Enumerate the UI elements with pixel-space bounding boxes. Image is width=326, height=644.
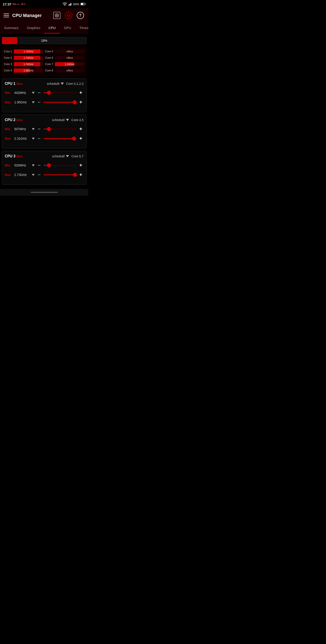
svg-point-0	[64, 5, 65, 6]
status-bar: 17:37 434 mA 3¥ 2 60%	[0, 0, 88, 8]
cpu-usage-bar-fill	[2, 37, 17, 44]
wifi-icon	[62, 2, 67, 6]
cpu3-card: CPU 3 Gov. schedutil Core 6,7 Min 520MHz…	[2, 151, 86, 185]
cpu3-label: CPU 3	[5, 154, 15, 158]
cpu3-max-label: Max	[5, 173, 12, 177]
cpu1-core-range: Core 0,1,2,3	[66, 82, 84, 86]
cpu1-max-row: Max 1.95GHz − +	[5, 99, 84, 105]
cpu1-max-slider[interactable]	[44, 102, 76, 103]
cpu3-governor-dropdown[interactable]	[66, 155, 69, 157]
cpu3-min-plus[interactable]: +	[78, 162, 84, 168]
status-indicators: 434 mA 3¥ 2	[12, 3, 25, 6]
cpu1-min-plus[interactable]: +	[78, 90, 84, 96]
tab-bar: Summary Graphics CPU GPU Times Governors	[0, 23, 88, 34]
app-title: CPU Manager	[12, 13, 49, 18]
cpu3-min-label: Min	[5, 164, 12, 167]
chip-button[interactable]	[52, 11, 61, 20]
cpu1-max-plus[interactable]: +	[78, 99, 84, 105]
svg-rect-4	[71, 3, 71, 6]
bottom-bar	[0, 189, 88, 196]
tab-cpu[interactable]: CPU	[44, 23, 60, 34]
tab-graphics[interactable]: Graphics	[23, 23, 44, 34]
help-button[interactable]: ?	[76, 11, 85, 20]
core-row-8: Core 8 offline	[45, 68, 84, 74]
cpu2-min-row: Min 507MHz − +	[5, 126, 84, 132]
chip-icon	[53, 12, 60, 19]
cpu3-min-row: Min 520MHz − +	[5, 162, 84, 168]
refresh-on-icon: ON	[65, 12, 72, 19]
cores-left: Core 1 1.74GHz Core 2 1.74GHz Core 3	[4, 48, 43, 74]
cpu1-min-minus[interactable]: −	[36, 90, 42, 96]
cpu3-max-row: Max 2.73GHz − +	[5, 172, 84, 178]
cpu2-max-plus[interactable]: +	[78, 136, 84, 142]
cpu1-max-dropdown[interactable]	[32, 101, 35, 104]
cpu2-max-row: Max 2.31GHz − +	[5, 136, 84, 142]
cpu2-card: CPU 2 Gov. schedutil Core 4,5 Min 507MHz…	[2, 114, 86, 148]
cpu2-min-dropdown[interactable]	[32, 128, 35, 130]
cpu2-core-range: Core 4,5	[71, 118, 84, 122]
cpu2-label: CPU 2	[5, 118, 15, 122]
cpu2-max-dropdown[interactable]	[32, 138, 35, 140]
core-row-7: Core 7 1.24GHz	[45, 61, 84, 67]
status-time: 17:37	[3, 2, 11, 6]
cpu1-label: CPU 1	[5, 82, 15, 86]
cpu1-card: CPU 1 Gov. schedutil Core 0,1,2,3 Min 44…	[2, 78, 86, 112]
cpu2-gov-label: Gov.	[16, 118, 23, 122]
refresh-button[interactable]: ON	[64, 11, 73, 20]
cpu3-max-value: 2.73GHz	[14, 173, 30, 177]
cpu2-max-label: Max	[5, 137, 12, 140]
cpu1-max-value: 1.95GHz	[14, 100, 30, 104]
cpu2-min-minus[interactable]: −	[36, 126, 42, 132]
cpu-usage-label: 18%	[41, 39, 47, 42]
cpu3-core-range: Core 6,7	[71, 154, 84, 158]
core-row-3: Core 3 1.74GHz	[4, 61, 43, 67]
home-indicator	[30, 192, 58, 193]
cpu2-min-plus[interactable]: +	[78, 126, 84, 132]
cpu1-gov-label: Gov.	[16, 82, 23, 86]
tab-summary[interactable]: Summary	[0, 23, 23, 34]
content-area: 18% Core 1 1.74GHz Core 2 1.74GHz	[0, 34, 88, 189]
battery-percent: 60%	[73, 2, 79, 6]
core-row-6: Core 6 offline	[45, 55, 84, 61]
cpu1-min-row: Min 442MHz − +	[5, 90, 84, 96]
cpu3-max-dropdown[interactable]	[32, 174, 35, 176]
cpu3-max-plus[interactable]: +	[78, 172, 84, 178]
cpu2-min-slider[interactable]	[44, 128, 76, 130]
menu-button[interactable]	[4, 14, 9, 17]
cpu3-min-slider[interactable]	[44, 165, 76, 166]
cpu3-min-dropdown[interactable]	[32, 164, 35, 166]
cpu3-gov-label: Gov.	[16, 154, 23, 158]
core-row-4: Core 4 1.05GHz	[4, 68, 43, 74]
cores-right: Core 5 offline Core 6 offline Core 7 1.2	[45, 48, 84, 74]
cpu2-governor: schedutil	[52, 118, 64, 122]
core-row-1: Core 1 1.74GHz	[4, 48, 43, 54]
cpu2-max-slider[interactable]	[44, 138, 76, 139]
cpu2-governor-dropdown[interactable]	[66, 119, 69, 121]
cpu3-max-minus[interactable]: −	[36, 172, 42, 178]
cpu1-min-dropdown[interactable]	[32, 92, 35, 94]
signal-icon	[68, 2, 72, 6]
app-bar: CPU Manager	[0, 8, 88, 23]
cpu3-min-minus[interactable]: −	[36, 162, 42, 168]
svg-rect-7	[85, 4, 85, 5]
help-icon: ?	[77, 12, 84, 19]
tab-times[interactable]: Times	[75, 23, 88, 34]
svg-rect-3	[70, 4, 70, 6]
cpu1-min-value: 442MHz	[14, 91, 30, 94]
cpu2-min-value: 507MHz	[14, 127, 30, 131]
tab-gpu[interactable]: GPU	[60, 23, 75, 34]
cpu3-max-slider[interactable]	[44, 174, 76, 175]
cpu2-max-minus[interactable]: −	[36, 136, 42, 142]
core-row-2: Core 2 1.74GHz	[4, 55, 43, 61]
core-row-5: Core 5 offline	[45, 48, 84, 54]
cpu2-min-label: Min	[5, 127, 12, 131]
cpu1-governor-dropdown[interactable]	[61, 82, 64, 85]
cpu1-max-minus[interactable]: −	[36, 99, 42, 105]
svg-rect-2	[69, 4, 69, 6]
cpu1-governor: schedutil	[47, 82, 59, 86]
svg-rect-1	[68, 5, 69, 6]
svg-rect-10	[56, 14, 57, 16]
cpu3-min-value: 520MHz	[14, 164, 30, 167]
cpu1-min-slider[interactable]	[44, 92, 76, 93]
svg-text:ON: ON	[68, 15, 69, 16]
